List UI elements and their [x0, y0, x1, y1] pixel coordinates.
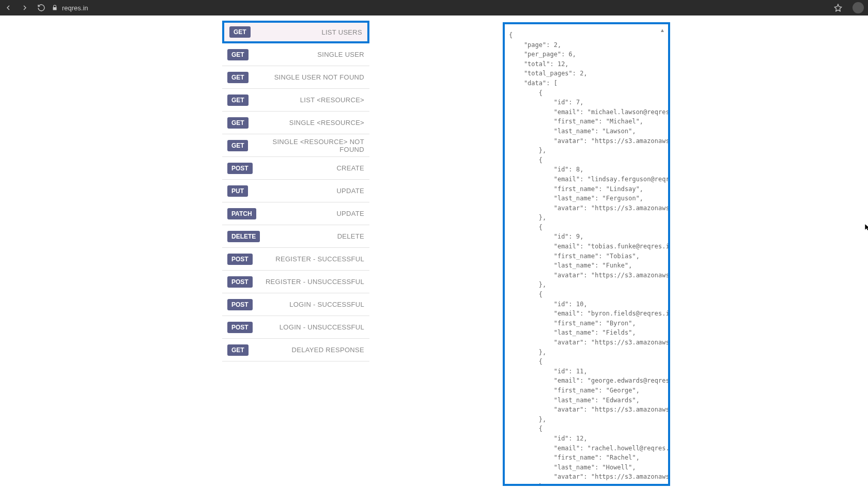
endpoint-row[interactable]: POSTREGISTER - UNSUCCESSFUL	[222, 271, 369, 293]
endpoint-row[interactable]: POSTCREATE	[222, 157, 369, 180]
endpoint-label: LIST USERS	[321, 28, 362, 36]
scroll-up-icon[interactable]: ▲	[660, 27, 665, 33]
method-badge: DELETE	[227, 231, 260, 242]
method-badge: PATCH	[227, 208, 256, 219]
method-badge: PUT	[227, 185, 248, 197]
url-text: reqres.in	[62, 4, 88, 12]
address-bar[interactable]: reqres.in	[52, 4, 828, 12]
method-badge: POST	[227, 322, 253, 333]
endpoint-label: REGISTER - UNSUCCESSFUL	[266, 278, 364, 286]
method-badge: GET	[227, 344, 249, 356]
endpoint-row[interactable]: POSTLOGIN - UNSUCCESSFUL	[222, 316, 369, 339]
endpoint-label: LIST <RESOURCE>	[300, 96, 364, 104]
response-scroll[interactable]: { "page": 2, "per_page": 6, "total": 12,…	[505, 24, 668, 484]
method-badge: POST	[227, 163, 253, 174]
endpoint-row[interactable]: PUTUPDATE	[222, 180, 369, 202]
endpoint-label: REGISTER - SUCCESSFUL	[275, 255, 364, 263]
endpoint-row[interactable]: GETSINGLE USER NOT FOUND	[222, 66, 369, 89]
endpoint-row[interactable]: GETLIST <RESOURCE>	[222, 89, 369, 112]
main-content: GETLIST USERSGETSINGLE USERGETSINGLE USE…	[0, 15, 868, 486]
endpoint-label: CREATE	[336, 164, 364, 172]
method-badge: GET	[227, 95, 249, 106]
star-icon[interactable]	[834, 4, 842, 12]
endpoint-row[interactable]: GETDELAYED RESPONSE	[222, 339, 369, 361]
back-icon[interactable]	[4, 4, 12, 12]
method-badge: POST	[227, 299, 253, 310]
endpoint-label: LOGIN - SUCCESSFUL	[289, 301, 364, 308]
reload-icon[interactable]	[37, 4, 45, 12]
endpoint-row[interactable]: GETLIST USERS	[222, 21, 369, 43]
response-body: { "page": 2, "per_page": 6, "total": 12,…	[509, 30, 664, 484]
endpoint-label: UPDATE	[336, 210, 364, 217]
profile-avatar[interactable]	[853, 2, 864, 13]
endpoint-label: SINGLE USER NOT FOUND	[274, 73, 364, 81]
endpoint-row[interactable]: GETSINGLE <RESOURCE>	[222, 112, 369, 134]
endpoint-list: GETLIST USERSGETSINGLE USERGETSINGLE USE…	[222, 21, 369, 486]
endpoint-label: DELETE	[337, 232, 364, 240]
endpoint-row[interactable]: GETSINGLE USER	[222, 43, 369, 66]
endpoint-row[interactable]: GETSINGLE <RESOURCE> NOT FOUND	[222, 134, 369, 157]
endpoint-row[interactable]: DELETEDELETE	[222, 225, 369, 248]
method-badge: GET	[229, 26, 251, 38]
mouse-cursor-icon	[864, 223, 868, 232]
forward-icon[interactable]	[21, 4, 29, 12]
method-badge: GET	[227, 140, 248, 151]
response-panel: ▲ { "page": 2, "per_page": 6, "total": 1…	[503, 22, 670, 486]
endpoint-label: LOGIN - UNSUCCESSFUL	[280, 323, 364, 331]
endpoint-label: SINGLE USER	[317, 51, 364, 58]
endpoint-label: SINGLE <RESOURCE> NOT FOUND	[248, 138, 364, 153]
endpoint-row[interactable]: POSTLOGIN - SUCCESSFUL	[222, 293, 369, 316]
endpoint-row[interactable]: POSTREGISTER - SUCCESSFUL	[222, 248, 369, 271]
nav-buttons	[4, 4, 45, 12]
method-badge: GET	[227, 72, 249, 83]
endpoint-label: UPDATE	[336, 187, 364, 195]
method-badge: GET	[227, 49, 249, 60]
endpoint-label: SINGLE <RESOURCE>	[289, 119, 364, 127]
method-badge: POST	[227, 254, 253, 265]
endpoint-row[interactable]: PATCHUPDATE	[222, 202, 369, 225]
method-badge: GET	[227, 117, 249, 129]
lock-icon	[52, 5, 58, 11]
browser-toolbar: reqres.in	[0, 0, 868, 15]
method-badge: POST	[227, 276, 253, 288]
endpoint-label: DELAYED RESPONSE	[292, 346, 364, 354]
